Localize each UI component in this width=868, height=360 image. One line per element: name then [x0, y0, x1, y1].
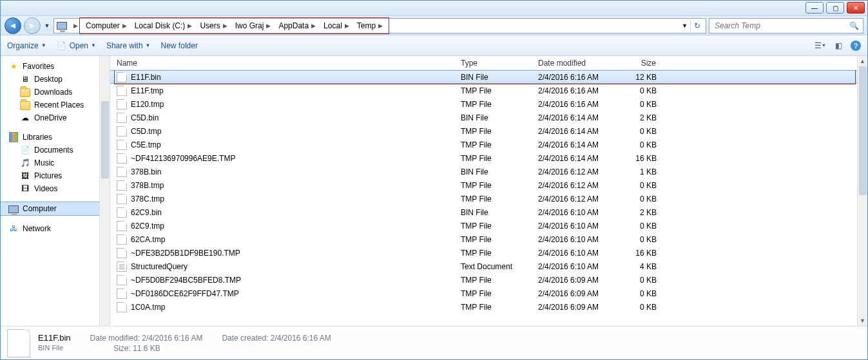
search-icon[interactable]: 🔍 [849, 21, 859, 30]
table-row[interactable]: C5D.binBIN File2/4/2016 6:14 AM2 KB [110, 111, 867, 124]
maximize-button[interactable]: ▢ [826, 2, 844, 14]
address-dropdown-icon[interactable]: ▼ [682, 23, 688, 29]
search-input[interactable] [713, 21, 829, 31]
sidebar-item[interactable]: Recent Places [1, 99, 110, 111]
file-icon [117, 140, 127, 150]
sidebar-item[interactable]: 🖼Pictures [1, 169, 110, 182]
sidebar-item[interactable]: Downloads [1, 86, 110, 99]
table-row[interactable]: ~DF5D0BF294BC5BFED8.TMPTMP File2/4/2016 … [110, 273, 867, 287]
breadcrumb[interactable]: Computer▶Local Disk (C:)▶Users▶Iwo Graj▶… [82, 19, 387, 33]
sidebar-item[interactable]: 📄Documents [1, 144, 110, 156]
table-row[interactable]: 1C0A.tmpTMP File2/4/2016 6:09 AM0 KB [110, 300, 867, 314]
table-row[interactable]: 62C9.tmpTMP File2/4/2016 6:10 AM0 KB [110, 219, 867, 232]
preview-pane-button[interactable]: ◧ [833, 40, 844, 52]
sidebar-item[interactable]: 🎞Videos [1, 182, 110, 195]
refresh-button[interactable]: ↻ [690, 19, 703, 32]
sidebar-item[interactable]: 🎵Music [1, 156, 110, 169]
file-size: 16 KB [610, 154, 662, 163]
file-date: 2/4/2016 6:16 AM [533, 86, 610, 95]
file-list: Name Type Date modified Size E11F.binBIN… [110, 56, 867, 326]
file-size: 1 KB [610, 167, 662, 176]
table-row[interactable]: C5E.tmpTMP File2/4/2016 6:14 AM0 KB [110, 138, 867, 151]
file-icon [117, 302, 127, 312]
file-date: 2/4/2016 6:16 AM [533, 100, 610, 109]
col-type[interactable]: Type [456, 59, 533, 68]
table-row[interactable]: C5D.tmpTMP File2/4/2016 6:14 AM0 KB [110, 124, 867, 138]
col-date[interactable]: Date modified [533, 59, 610, 68]
open-button[interactable]: 📄 Open▼ [57, 41, 96, 51]
minimize-button[interactable]: — [805, 2, 824, 14]
address-bar[interactable]: ▶ Computer▶Local Disk (C:)▶Users▶Iwo Gra… [53, 18, 706, 33]
file-date: 2/4/2016 6:16 AM [533, 73, 610, 82]
sidebar-scrollbar[interactable] [99, 56, 110, 326]
sidebar-item[interactable]: 🖥Desktop [1, 73, 110, 86]
table-row[interactable]: 378B.binBIN File2/4/2016 6:12 AM1 KB [110, 165, 867, 178]
file-name: ~DF412136970996AE9E.TMP [131, 154, 235, 163]
table-row[interactable]: E11F.tmpTMP File2/4/2016 6:16 AM0 KB [110, 84, 867, 97]
sidebar-libraries-header[interactable]: Libraries [1, 131, 110, 144]
file-icon [117, 248, 127, 258]
scroll-up-icon[interactable]: ▲ [858, 56, 867, 66]
table-row[interactable]: ~DFE3B2D5B1DF9BE190.TMPTMP File2/4/2016 … [110, 246, 867, 260]
col-name[interactable]: Name [110, 59, 456, 68]
sidebar-computer[interactable]: Computer [1, 202, 110, 216]
close-button[interactable]: ✕ [847, 2, 865, 14]
file-name: 378B.tmp [131, 181, 164, 190]
organize-button[interactable]: Organize▼ [7, 41, 46, 50]
back-button[interactable]: ◄ [5, 17, 21, 34]
history-dropdown[interactable]: ▼ [43, 23, 51, 29]
table-row[interactable]: E120.tmpTMP File2/4/2016 6:16 AM0 KB [110, 97, 867, 111]
file-date: 2/4/2016 6:12 AM [533, 167, 610, 176]
file-name: C5D.tmp [131, 127, 161, 136]
file-icon [117, 261, 127, 272]
details-pane: E11F.bin Date modified: 2/4/2016 6:16 AM… [1, 326, 867, 359]
file-type: TMP File [456, 100, 533, 109]
table-row[interactable]: 62C9.binBIN File2/4/2016 6:10 AM2 KB [110, 205, 867, 219]
file-size: 0 KB [610, 222, 662, 231]
folder-icon [20, 100, 30, 110]
new-folder-button[interactable]: New folder [161, 41, 198, 50]
help-button[interactable]: ? [851, 41, 861, 51]
file-icon [117, 113, 127, 123]
computer-icon [57, 21, 67, 31]
file-type: TMP File [456, 303, 533, 312]
sidebar-network[interactable]: 🖧 Network [1, 222, 110, 235]
col-size[interactable]: Size [610, 59, 662, 68]
table-row[interactable]: 378C.tmpTMP File2/4/2016 6:12 AM0 KB [110, 192, 867, 205]
table-row[interactable]: 62CA.tmpTMP File2/4/2016 6:10 AM0 KB [110, 232, 867, 246]
file-icon [117, 194, 127, 204]
file-date: 2/4/2016 6:12 AM [533, 181, 610, 190]
scroll-thumb[interactable] [859, 66, 867, 195]
table-row[interactable]: E11F.binBIN File2/4/2016 6:16 AM12 KB [110, 70, 867, 84]
search-box[interactable]: 🔍 [709, 18, 863, 33]
table-row[interactable]: 378B.tmpTMP File2/4/2016 6:12 AM0 KB [110, 178, 867, 192]
file-type: TMP File [456, 154, 533, 163]
table-row[interactable]: ~DF0186DCE62F9FFD47.TMPTMP File2/4/2016 … [110, 287, 867, 300]
libraries-icon [8, 132, 19, 142]
view-options-button[interactable]: ☰ ▼ [815, 40, 826, 52]
file-type: TMP File [456, 249, 533, 258]
file-size: 0 KB [610, 235, 662, 244]
sidebar-item[interactable]: ☁OneDrive [1, 111, 110, 124]
file-name: E120.tmp [131, 100, 164, 109]
file-icon [117, 275, 127, 285]
sidebar: ★ Favorites 🖥DesktopDownloadsRecent Plac… [1, 56, 110, 326]
list-scrollbar[interactable]: ▲ ▼ [857, 56, 867, 326]
sidebar-favorites-header[interactable]: ★ Favorites [1, 60, 110, 73]
file-size: 2 KB [610, 208, 662, 217]
file-name: C5D.bin [131, 113, 159, 122]
share-button[interactable]: Share with▼ [106, 41, 151, 50]
file-icon [117, 234, 127, 245]
forward-button[interactable]: ► [24, 17, 41, 34]
file-icon [117, 207, 127, 218]
details-filetype: BIN File [38, 344, 63, 353]
table-row[interactable]: StructuredQueryText Document2/4/2016 6:1… [110, 260, 867, 273]
doc-icon: 📄 [20, 145, 30, 155]
file-date: 2/4/2016 6:14 AM [533, 113, 610, 122]
open-icon: 📄 [57, 41, 67, 51]
scroll-down-icon[interactable]: ▼ [858, 316, 867, 326]
column-headers[interactable]: Name Type Date modified Size [110, 56, 867, 70]
table-row[interactable]: ~DF412136970996AE9E.TMPTMP File2/4/2016 … [110, 151, 867, 165]
star-icon: ★ [8, 61, 19, 71]
file-name: 62C9.tmp [131, 222, 164, 231]
